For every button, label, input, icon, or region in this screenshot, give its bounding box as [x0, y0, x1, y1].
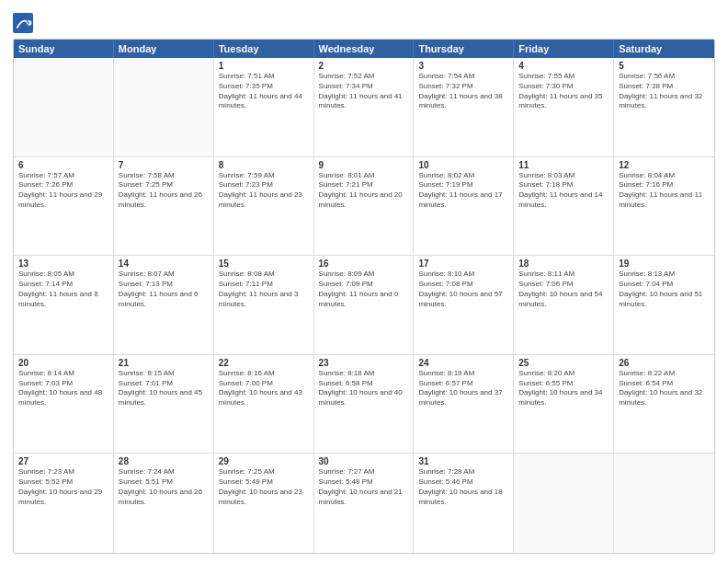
calendar-cell: [614, 454, 714, 553]
day-number: 16: [319, 259, 409, 269]
calendar-cell: 6Sunrise: 7:57 AM Sunset: 7:26 PM Daylig…: [14, 157, 114, 256]
calendar-cell: 19Sunrise: 8:13 AM Sunset: 7:04 PM Dayli…: [614, 256, 714, 354]
cell-info: Sunrise: 7:28 AM Sunset: 5:46 PM Dayligh…: [418, 467, 508, 507]
day-number: 12: [619, 160, 710, 170]
calendar-cell: 27Sunrise: 7:23 AM Sunset: 5:52 PM Dayli…: [14, 454, 114, 553]
cell-info: Sunrise: 8:02 AM Sunset: 7:19 PM Dayligh…: [418, 171, 508, 211]
day-number: 4: [518, 61, 609, 71]
cell-info: Sunrise: 8:15 AM Sunset: 7:01 PM Dayligh…: [119, 369, 209, 408]
day-number: 11: [518, 160, 609, 170]
cell-info: Sunrise: 8:18 AM Sunset: 6:58 PM Dayligh…: [319, 369, 409, 408]
calendar-body: 1Sunrise: 7:51 AM Sunset: 7:35 PM Daylig…: [14, 58, 714, 553]
day-number: 14: [119, 259, 209, 269]
calendar-cell: 29Sunrise: 7:25 AM Sunset: 5:49 PM Dayli…: [214, 454, 314, 553]
header-day-friday: Friday: [514, 40, 614, 58]
calendar-cell: 11Sunrise: 8:03 AM Sunset: 7:18 PM Dayli…: [514, 157, 614, 256]
day-number: 19: [619, 259, 710, 269]
day-number: 25: [518, 358, 609, 368]
day-number: 6: [18, 160, 108, 170]
calendar-cell: [114, 58, 214, 156]
calendar-row: 13Sunrise: 8:05 AM Sunset: 7:14 PM Dayli…: [14, 256, 714, 355]
header-day-wednesday: Wednesday: [314, 40, 415, 58]
cell-info: Sunrise: 8:13 AM Sunset: 7:04 PM Dayligh…: [619, 270, 710, 309]
logo-icon: [13, 13, 33, 33]
day-number: 15: [219, 259, 309, 269]
cell-info: Sunrise: 8:19 AM Sunset: 6:57 PM Dayligh…: [418, 369, 508, 408]
cell-info: Sunrise: 7:23 AM Sunset: 5:52 PM Dayligh…: [18, 467, 108, 507]
calendar-cell: 7Sunrise: 7:58 AM Sunset: 7:25 PM Daylig…: [114, 157, 214, 256]
cell-info: Sunrise: 8:05 AM Sunset: 7:14 PM Dayligh…: [18, 270, 108, 309]
calendar-cell: 18Sunrise: 8:11 AM Sunset: 7:06 PM Dayli…: [514, 256, 614, 354]
header-day-tuesday: Tuesday: [214, 40, 314, 58]
calendar-cell: 5Sunrise: 7:56 AM Sunset: 7:28 PM Daylig…: [614, 58, 714, 156]
calendar-cell: 25Sunrise: 8:20 AM Sunset: 6:55 PM Dayli…: [514, 355, 614, 454]
day-number: 10: [418, 160, 508, 170]
calendar-cell: 26Sunrise: 8:22 AM Sunset: 6:54 PM Dayli…: [614, 355, 714, 454]
header-day-sunday: Sunday: [14, 40, 114, 58]
day-number: 22: [219, 358, 309, 368]
cell-info: Sunrise: 8:14 AM Sunset: 7:03 PM Dayligh…: [18, 369, 108, 408]
calendar-cell: 17Sunrise: 8:10 AM Sunset: 7:08 PM Dayli…: [414, 256, 514, 354]
day-number: 2: [319, 61, 409, 71]
cell-info: Sunrise: 8:03 AM Sunset: 7:18 PM Dayligh…: [518, 171, 609, 211]
calendar-cell: 2Sunrise: 7:52 AM Sunset: 7:34 PM Daylig…: [314, 58, 415, 156]
calendar-cell: 15Sunrise: 8:08 AM Sunset: 7:11 PM Dayli…: [214, 256, 314, 354]
cell-info: Sunrise: 8:22 AM Sunset: 6:54 PM Dayligh…: [619, 369, 710, 408]
calendar-cell: 14Sunrise: 8:07 AM Sunset: 7:13 PM Dayli…: [114, 256, 214, 354]
calendar-row: 6Sunrise: 7:57 AM Sunset: 7:26 PM Daylig…: [14, 157, 714, 257]
cell-info: Sunrise: 8:20 AM Sunset: 6:55 PM Dayligh…: [518, 369, 609, 408]
day-number: 24: [418, 358, 508, 368]
calendar-row: 1Sunrise: 7:51 AM Sunset: 7:35 PM Daylig…: [14, 58, 714, 157]
calendar-cell: 13Sunrise: 8:05 AM Sunset: 7:14 PM Dayli…: [14, 256, 114, 354]
day-number: 13: [18, 259, 108, 269]
header: [13, 9, 715, 33]
calendar-cell: 22Sunrise: 8:16 AM Sunset: 7:00 PM Dayli…: [214, 355, 314, 454]
cell-info: Sunrise: 7:54 AM Sunset: 7:32 PM Dayligh…: [418, 72, 508, 111]
calendar-cell: 28Sunrise: 7:24 AM Sunset: 5:51 PM Dayli…: [114, 454, 214, 553]
day-number: 28: [119, 456, 209, 466]
day-number: 8: [219, 160, 309, 170]
calendar-cell: 8Sunrise: 7:59 AM Sunset: 7:23 PM Daylig…: [214, 157, 314, 256]
day-number: 17: [418, 259, 508, 269]
logo: [13, 13, 35, 33]
cell-info: Sunrise: 7:52 AM Sunset: 7:34 PM Dayligh…: [319, 72, 409, 111]
day-number: 9: [319, 160, 409, 170]
cell-info: Sunrise: 8:07 AM Sunset: 7:13 PM Dayligh…: [119, 270, 209, 309]
cell-info: Sunrise: 8:09 AM Sunset: 7:09 PM Dayligh…: [319, 270, 409, 309]
cell-info: Sunrise: 7:58 AM Sunset: 7:25 PM Dayligh…: [119, 171, 209, 211]
cell-info: Sunrise: 7:57 AM Sunset: 7:26 PM Dayligh…: [18, 171, 108, 211]
calendar-cell: 30Sunrise: 7:27 AM Sunset: 5:48 PM Dayli…: [314, 454, 415, 553]
header-day-thursday: Thursday: [414, 40, 514, 58]
cell-info: Sunrise: 7:59 AM Sunset: 7:23 PM Dayligh…: [219, 171, 309, 211]
calendar-cell: [14, 58, 114, 156]
day-number: 21: [119, 358, 209, 368]
calendar: SundayMondayTuesdayWednesdayThursdayFrid…: [13, 39, 715, 554]
calendar-cell: 3Sunrise: 7:54 AM Sunset: 7:32 PM Daylig…: [414, 58, 514, 156]
cell-info: Sunrise: 7:27 AM Sunset: 5:48 PM Dayligh…: [319, 467, 409, 507]
cell-info: Sunrise: 8:10 AM Sunset: 7:08 PM Dayligh…: [418, 270, 508, 309]
day-number: 20: [18, 358, 108, 368]
calendar-cell: 9Sunrise: 8:01 AM Sunset: 7:21 PM Daylig…: [314, 157, 415, 256]
day-number: 30: [319, 456, 409, 466]
calendar-cell: 10Sunrise: 8:02 AM Sunset: 7:19 PM Dayli…: [414, 157, 514, 256]
cell-info: Sunrise: 7:55 AM Sunset: 7:30 PM Dayligh…: [518, 72, 609, 111]
calendar-header: SundayMondayTuesdayWednesdayThursdayFrid…: [14, 40, 714, 58]
calendar-cell: 31Sunrise: 7:28 AM Sunset: 5:46 PM Dayli…: [414, 454, 514, 553]
day-number: 27: [18, 456, 108, 466]
calendar-cell: 12Sunrise: 8:04 AM Sunset: 7:16 PM Dayli…: [614, 157, 714, 256]
day-number: 18: [518, 259, 609, 269]
cell-info: Sunrise: 8:11 AM Sunset: 7:06 PM Dayligh…: [518, 270, 609, 309]
calendar-cell: [514, 454, 614, 553]
day-number: 26: [619, 358, 710, 368]
day-number: 5: [619, 61, 710, 71]
cell-info: Sunrise: 7:56 AM Sunset: 7:28 PM Dayligh…: [619, 72, 710, 111]
day-number: 3: [418, 61, 508, 71]
calendar-cell: 24Sunrise: 8:19 AM Sunset: 6:57 PM Dayli…: [414, 355, 514, 454]
day-number: 29: [219, 456, 309, 466]
cell-info: Sunrise: 7:51 AM Sunset: 7:35 PM Dayligh…: [219, 72, 309, 111]
cell-info: Sunrise: 8:08 AM Sunset: 7:11 PM Dayligh…: [219, 270, 309, 309]
day-number: 23: [319, 358, 409, 368]
cell-info: Sunrise: 8:01 AM Sunset: 7:21 PM Dayligh…: [319, 171, 409, 211]
calendar-row: 20Sunrise: 8:14 AM Sunset: 7:03 PM Dayli…: [14, 355, 714, 454]
header-day-saturday: Saturday: [614, 40, 714, 58]
